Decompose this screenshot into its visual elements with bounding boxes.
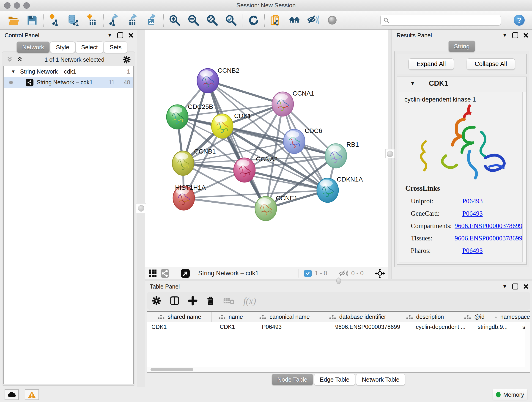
network-node-CCNE1[interactable]: CCNE1 bbox=[255, 195, 298, 221]
save-session-button[interactable] bbox=[25, 13, 39, 27]
collapse-panel-icon[interactable]: ▼ bbox=[107, 32, 112, 38]
network-status-dot bbox=[9, 81, 13, 84]
scrollbar-thumb[interactable] bbox=[151, 368, 193, 371]
node-count: 11 bbox=[109, 79, 114, 86]
expand-all-button[interactable]: Expand All bbox=[409, 58, 454, 70]
column-header--id[interactable]: @id bbox=[454, 312, 495, 322]
zoom-out-button[interactable] bbox=[186, 13, 201, 27]
table-options-gear-icon[interactable] bbox=[152, 296, 161, 306]
close-panel-icon[interactable] bbox=[128, 33, 133, 38]
delete-column-icon[interactable] bbox=[206, 296, 215, 306]
crosslink-link[interactable]: P06493 bbox=[462, 247, 483, 254]
tab-sets[interactable]: Sets bbox=[104, 41, 127, 53]
string-badge-icon[interactable] bbox=[160, 269, 170, 278]
tree-expand-icon[interactable]: ▼ bbox=[11, 69, 16, 74]
float-panel-icon[interactable] bbox=[512, 283, 518, 289]
network-canvas[interactable]: CCNB2CCNA1CDC25BCDK1CDC6RB1CCNB1CCNA2CDK… bbox=[145, 30, 388, 267]
column-header-namespace[interactable]: namespace bbox=[495, 312, 530, 322]
add-column-icon[interactable] bbox=[188, 296, 197, 306]
divider-grab-handle[interactable] bbox=[385, 149, 394, 158]
tab-node-table[interactable]: Node Table bbox=[272, 374, 313, 385]
tab-network-table[interactable]: Network Table bbox=[356, 374, 405, 385]
network-options-gear-icon[interactable] bbox=[123, 56, 131, 64]
import-table-icon bbox=[86, 14, 98, 26]
network-collection-row[interactable]: ▼ String Network – cdk1 1 bbox=[4, 66, 133, 77]
crosslink-link[interactable]: 9606.ENSP00000378699 bbox=[455, 235, 522, 242]
node-label-CDKN1A: CDKN1A bbox=[337, 176, 363, 183]
import-table-button[interactable] bbox=[85, 13, 99, 27]
tab-network[interactable]: Network bbox=[17, 41, 50, 53]
tab-edge-table[interactable]: Edge Table bbox=[314, 374, 355, 385]
column-header-name[interactable]: name bbox=[211, 312, 250, 322]
warnings-button[interactable] bbox=[25, 389, 39, 400]
share-file-button[interactable] bbox=[268, 13, 283, 27]
network-edge-CCNB2-CCNE1[interactable] bbox=[208, 81, 266, 209]
network-node-RB1[interactable]: RB1 bbox=[325, 141, 359, 168]
hidden-items-icon[interactable] bbox=[338, 269, 348, 277]
network-edge-CCNB2-CCNA1[interactable] bbox=[208, 81, 283, 104]
network-node-CCNA1[interactable]: CCNA1 bbox=[272, 90, 314, 116]
network-node-CDC25B[interactable]: CDC25B bbox=[167, 103, 213, 129]
expand-all-networks-icon[interactable] bbox=[6, 56, 13, 64]
panel-divider-right[interactable] bbox=[388, 30, 392, 279]
import-network-button[interactable] bbox=[47, 13, 62, 27]
network-node-CDKN1A[interactable]: CDKN1A bbox=[317, 176, 363, 202]
results-scrollbar[interactable] bbox=[522, 92, 526, 262]
panel-divider-left[interactable] bbox=[137, 30, 145, 387]
divider-grab-handle[interactable] bbox=[136, 203, 146, 213]
network-edge-HIST1H1A-CCNE1[interactable] bbox=[184, 198, 266, 209]
column-header-database-identifier[interactable]: database identifier bbox=[319, 312, 396, 322]
show-columns-icon[interactable] bbox=[170, 296, 180, 306]
hide-details-button[interactable] bbox=[306, 13, 321, 27]
open-session-button[interactable] bbox=[6, 13, 21, 27]
cloud-status-button[interactable] bbox=[5, 389, 19, 400]
close-panel-icon[interactable] bbox=[523, 33, 528, 38]
zoom-in-button[interactable] bbox=[167, 13, 182, 27]
control-panel-tabs: NetworkStyleSelectSets bbox=[17, 41, 137, 53]
search-box[interactable] bbox=[380, 15, 501, 26]
refresh-button[interactable] bbox=[246, 13, 261, 27]
export-image-button[interactable] bbox=[145, 13, 159, 27]
import-database-button[interactable] bbox=[66, 13, 81, 27]
toolbar-separator bbox=[43, 14, 44, 27]
collapse-panel-icon[interactable]: ▼ bbox=[502, 32, 507, 38]
column-header-description[interactable]: description bbox=[396, 312, 454, 322]
crosslink-link[interactable]: P06493 bbox=[462, 197, 483, 205]
crosslink-link[interactable]: P06493 bbox=[462, 210, 483, 217]
collapse-all-networks-icon[interactable] bbox=[16, 56, 23, 64]
search-input[interactable] bbox=[392, 17, 498, 24]
help-button[interactable]: ? bbox=[514, 15, 525, 26]
tab-style[interactable]: Style bbox=[50, 41, 75, 53]
export-view-icon[interactable] bbox=[181, 269, 190, 278]
collapse-all-button[interactable]: Collapse All bbox=[467, 58, 515, 70]
column-header-canonical-name[interactable]: canonical name bbox=[250, 312, 319, 322]
home-button[interactable] bbox=[287, 13, 302, 27]
float-panel-icon[interactable] bbox=[512, 32, 518, 38]
level-of-detail-button[interactable] bbox=[325, 13, 340, 27]
column-header-shared-name[interactable]: shared name bbox=[147, 312, 211, 322]
horizontal-panel-divider[interactable] bbox=[145, 279, 532, 281]
export-table-button[interactable] bbox=[126, 13, 141, 27]
memory-button[interactable]: Memory bbox=[493, 389, 527, 400]
table-vertical-scrollbar[interactable] bbox=[525, 322, 530, 367]
table-row[interactable]: CDK1CDK1P064939606.ENSP00000378699cyclin… bbox=[147, 322, 530, 332]
network-row[interactable]: String Network – cdk1 11 48 bbox=[4, 77, 133, 88]
fit-selected-crosshair-icon[interactable] bbox=[375, 268, 385, 279]
collapse-panel-icon[interactable]: ▼ bbox=[502, 283, 507, 289]
birdseye-view-icon[interactable] bbox=[148, 269, 157, 278]
collapse-entry-icon[interactable]: ▼ bbox=[410, 80, 415, 86]
divider-grab-handle[interactable] bbox=[336, 278, 341, 284]
export-network-button[interactable] bbox=[107, 13, 122, 27]
zoom-fit-button[interactable] bbox=[205, 13, 220, 27]
tab-select[interactable]: Select bbox=[75, 41, 103, 53]
application-window: Session: New Session ? Control Panel ▼ bbox=[0, 0, 532, 402]
tab-string[interactable]: String bbox=[448, 41, 475, 52]
selected-items-checkbox[interactable] bbox=[304, 270, 312, 277]
crosslink-link[interactable]: 9606.ENSP00000378699 bbox=[455, 222, 522, 230]
edge-count: 48 bbox=[124, 79, 130, 86]
zoom-selected-button[interactable] bbox=[224, 13, 238, 27]
float-panel-icon[interactable] bbox=[117, 32, 123, 38]
column-type-icon bbox=[495, 314, 497, 319]
close-panel-icon[interactable] bbox=[523, 284, 528, 289]
table-horizontal-scrollbar[interactable] bbox=[147, 367, 530, 372]
